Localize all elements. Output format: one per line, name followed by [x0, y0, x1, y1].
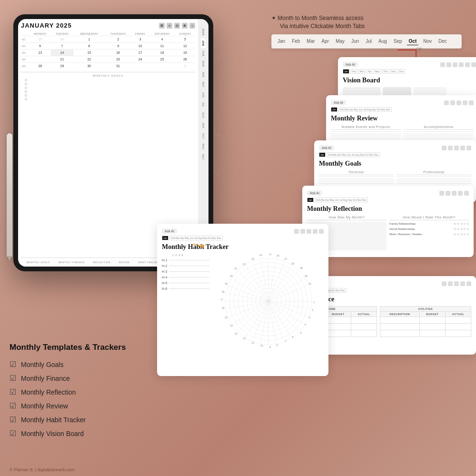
hmt-1[interactable]: Jan — [162, 236, 169, 240]
nav-reflection[interactable]: REFLECTION — [91, 260, 112, 265]
tab-nov[interactable]: Nov — [421, 38, 434, 45]
reflci-1[interactable] — [439, 191, 444, 196]
reflci-5[interactable] — [464, 191, 469, 196]
tab-feb[interactable]: Feb — [290, 38, 302, 45]
fci-5[interactable] — [466, 281, 471, 286]
sidebar-may[interactable]: MAY — [201, 80, 206, 89]
icon-3[interactable]: ◎ — [174, 23, 180, 29]
hci-4[interactable] — [313, 229, 317, 234]
refmt-1[interactable]: Jan — [307, 198, 314, 202]
rci-4[interactable] — [463, 100, 467, 105]
review-line-8 — [404, 138, 474, 139]
mt-feb[interactable]: Feb — [350, 69, 357, 74]
tab-aug[interactable]: Aug — [377, 38, 389, 45]
goal-item-4 — [25, 90, 195, 93]
hci-2[interactable] — [300, 229, 305, 234]
ask-ai-btn-reflection[interactable]: Ask AI — [307, 190, 322, 196]
icon-4[interactable]: ⊕ — [182, 23, 188, 29]
icon-2[interactable]: ☺ — [167, 23, 172, 29]
sidebar-jul[interactable]: JUL — [201, 100, 206, 109]
reflci-2[interactable] — [446, 191, 450, 196]
mt-jan[interactable]: Jan — [343, 69, 349, 74]
gci-5[interactable] — [466, 146, 471, 150]
icon-5[interactable]: ⌂ — [189, 23, 195, 29]
sidebar-dec[interactable]: DEC — [201, 152, 206, 162]
fci-2[interactable] — [448, 281, 453, 286]
mt-apr[interactable]: Apr — [366, 69, 373, 74]
sidebar-aug[interactable]: AUG — [201, 110, 206, 120]
gci-1[interactable] — [442, 146, 446, 150]
svg-line-18 — [261, 301, 268, 343]
ci-2[interactable] — [446, 62, 451, 67]
tab-jun[interactable]: Jun — [349, 38, 361, 45]
rmt-feb[interactable]: Feb Mar Apr May Jun Jul Aug Sep Oct Nov … — [338, 107, 392, 112]
ci-6[interactable] — [471, 62, 476, 67]
tab-may[interactable]: May — [334, 38, 347, 45]
reflci-3[interactable] — [452, 191, 456, 196]
circular-habit-chart: 1 2 3 4 5 6 7 8 9 10 11 12 13 14 15 16 1… — [221, 254, 316, 349]
sidebar-oct[interactable]: OCT — [201, 131, 206, 141]
ask-ai-btn-habit[interactable]: Ask AI — [162, 228, 177, 234]
sidebar-jan[interactable]: JAN — [201, 39, 206, 48]
mini-tabs: Jan Feb Mar Apr May Thu Nov Dec — [343, 69, 476, 74]
gmt-1[interactable]: Jan — [319, 152, 326, 157]
ask-ai-btn[interactable]: Ask AI — [343, 62, 358, 67]
sidebar-feb[interactable]: FEB — [201, 49, 206, 58]
reflection-toolbar: Ask AI — [307, 190, 469, 196]
sidebar-jun[interactable]: JUN — [201, 90, 206, 99]
mt-mar[interactable]: Mar — [358, 69, 366, 74]
monthly-goals-section: MONTHLY GOALS — [21, 72, 195, 100]
nav-monthly-finance[interactable]: MONTHLY FINANCE — [57, 260, 86, 265]
rating-2-stars: ☆ ☆ ☆ ☆ ☆ — [454, 227, 469, 230]
ask-ai-btn-goals[interactable]: Ask AI — [319, 145, 334, 150]
ci-1[interactable] — [440, 62, 445, 67]
sidebar-sep[interactable]: SEP — [201, 121, 206, 130]
ci-4[interactable] — [459, 62, 464, 67]
tab-jul[interactable]: Jul — [364, 38, 374, 45]
sidebar-apr[interactable]: APR — [201, 70, 206, 79]
tab-jan[interactable]: Jan — [276, 38, 287, 45]
mt-thu[interactable]: Thu — [382, 69, 389, 74]
mt-may[interactable]: May — [374, 69, 381, 74]
fci-3[interactable] — [454, 281, 459, 286]
rci-3[interactable] — [456, 100, 461, 105]
fci-1[interactable] — [442, 281, 446, 286]
section-main-title: Monthly Templates & Trackers — [10, 343, 157, 352]
rci-2[interactable] — [450, 100, 455, 105]
tab-oct[interactable]: Oct — [407, 38, 419, 45]
tab-dec[interactable]: Dec — [436, 38, 449, 45]
sidebar-nov[interactable]: NOV — [201, 142, 206, 151]
item-label-1: Monthly Goals — [21, 361, 63, 368]
hci-1[interactable] — [294, 229, 299, 234]
tab-sep[interactable]: Sep — [392, 38, 404, 45]
nav-review[interactable]: REVIEW — [118, 260, 131, 265]
mt-dec2[interactable]: Dec — [398, 69, 405, 74]
tab-apr[interactable]: Apr — [320, 38, 331, 45]
hci-5[interactable] — [319, 229, 324, 234]
rci-1[interactable] — [444, 100, 449, 105]
hci-3[interactable] — [307, 229, 311, 234]
tab-mar[interactable]: Mar — [305, 38, 317, 45]
rmt-jan[interactable]: Jan — [331, 107, 337, 112]
gci-2[interactable] — [448, 146, 453, 150]
sidebar-mar[interactable]: MAR — [201, 59, 206, 69]
star-icon: ✦ — [271, 15, 278, 21]
gci-3[interactable] — [454, 146, 459, 150]
gmt-rest[interactable]: Feb Mar Apr May Jun Jul Aug Sep Oct Nov … — [327, 152, 380, 157]
nav-monthly-goals[interactable]: MONTHLY GOALS — [25, 260, 51, 265]
reflci-4[interactable] — [458, 191, 463, 196]
mt-nov2[interactable]: Nov — [390, 69, 397, 74]
ask-ai-btn-review[interactable]: Ask AI — [331, 100, 346, 105]
review-card-icons — [444, 100, 474, 105]
svg-text:20: 20 — [230, 275, 233, 278]
refmt-rest[interactable]: Feb Mar Apr May Jun Jul Aug Sep Oct Nov … — [315, 198, 368, 202]
svg-line-23 — [229, 301, 268, 317]
gci-4[interactable] — [460, 146, 465, 150]
ci-5[interactable] — [465, 62, 470, 67]
ci-3[interactable] — [453, 62, 457, 67]
rci-5[interactable] — [469, 100, 474, 105]
fci-4[interactable] — [460, 281, 465, 286]
svg-text:30: 30 — [305, 275, 307, 278]
icon-1[interactable]: ⊞ — [159, 23, 165, 29]
stylus-pencil — [7, 133, 12, 257]
